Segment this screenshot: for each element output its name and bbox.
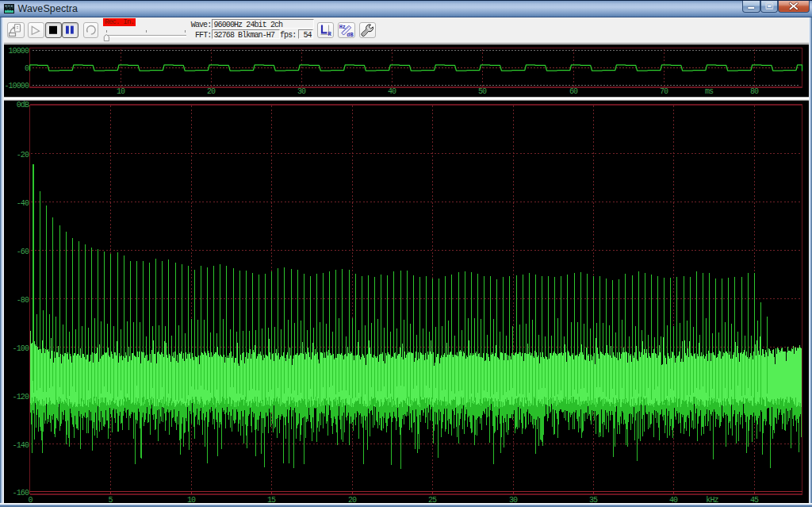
svg-text:R: R: [327, 31, 331, 37]
svg-text:Hz: Hz: [339, 24, 346, 30]
svg-text:dB: dB: [347, 32, 353, 37]
